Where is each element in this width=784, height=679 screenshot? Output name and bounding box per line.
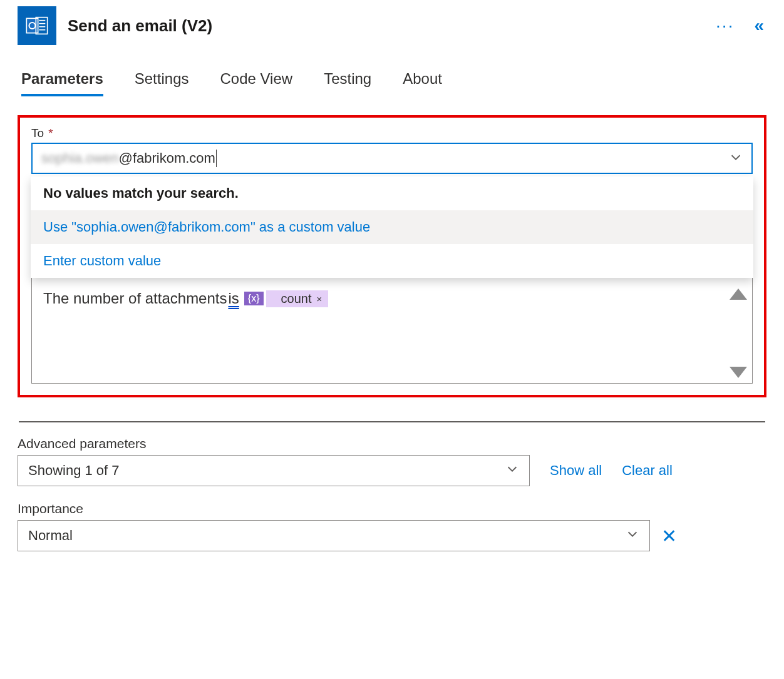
scroll-up-icon[interactable] <box>730 288 747 300</box>
to-value-rest: @fabrikom.com <box>119 150 215 166</box>
outlook-icon <box>18 6 56 45</box>
body-editor[interactable]: The number of attachments is {x} count × <box>31 277 753 384</box>
dropdown-enter-custom[interactable]: Enter custom value <box>31 244 753 278</box>
to-dropdown: No values match your search. Use "sophia… <box>31 176 753 278</box>
dropdown-use-custom[interactable]: Use "sophia.owen@fabrikom.com" as a cust… <box>31 210 753 244</box>
to-label-text: To <box>31 126 44 140</box>
tab-testing[interactable]: Testing <box>324 70 371 96</box>
advanced-heading: Advanced parameters <box>18 436 766 451</box>
token-label: count <box>281 292 312 306</box>
section-divider <box>19 421 765 422</box>
to-label: To * <box>31 126 753 140</box>
to-input[interactable]: sophia.owen @fabrikom.com <box>31 143 753 174</box>
chevron-down-icon[interactable] <box>505 462 519 479</box>
chevron-down-icon[interactable] <box>729 150 743 167</box>
token-remove-icon[interactable]: × <box>316 294 322 304</box>
show-all-button[interactable]: Show all <box>550 462 602 479</box>
dropdown-no-match: No values match your search. <box>31 176 753 210</box>
expression-icon: {x} <box>244 292 264 305</box>
remove-importance-button[interactable]: ✕ <box>661 525 677 547</box>
tab-codeview[interactable]: Code View <box>220 70 292 96</box>
scroll-down-icon[interactable] <box>730 367 747 378</box>
importance-value: Normal <box>28 528 73 544</box>
more-button[interactable]: ··· <box>709 16 740 36</box>
advanced-select-value: Showing 1 of 7 <box>28 462 120 479</box>
highlighted-region: To * sophia.owen @fabrikom.com No values… <box>18 115 766 397</box>
tab-parameters[interactable]: Parameters <box>21 70 103 96</box>
body-text-is: is <box>228 290 239 307</box>
importance-select[interactable]: Normal <box>18 520 650 551</box>
body-text-prefix: The number of attachments <box>43 290 227 307</box>
required-indicator: * <box>48 126 53 140</box>
tab-bar: Parameters Settings Code View Testing Ab… <box>21 70 766 96</box>
clear-all-button[interactable]: Clear all <box>622 462 673 479</box>
to-value-redacted: sophia.owen <box>41 150 119 166</box>
chevron-down-icon[interactable] <box>626 527 639 544</box>
tab-settings[interactable]: Settings <box>135 70 189 96</box>
collapse-button[interactable]: « <box>751 16 766 36</box>
token-count[interactable]: count × <box>266 290 329 307</box>
advanced-select[interactable]: Showing 1 of 7 <box>18 455 530 486</box>
importance-label: Importance <box>18 501 766 516</box>
action-title: Send an email (V2) <box>68 16 698 36</box>
text-caret <box>216 150 217 167</box>
tab-about[interactable]: About <box>403 70 442 96</box>
